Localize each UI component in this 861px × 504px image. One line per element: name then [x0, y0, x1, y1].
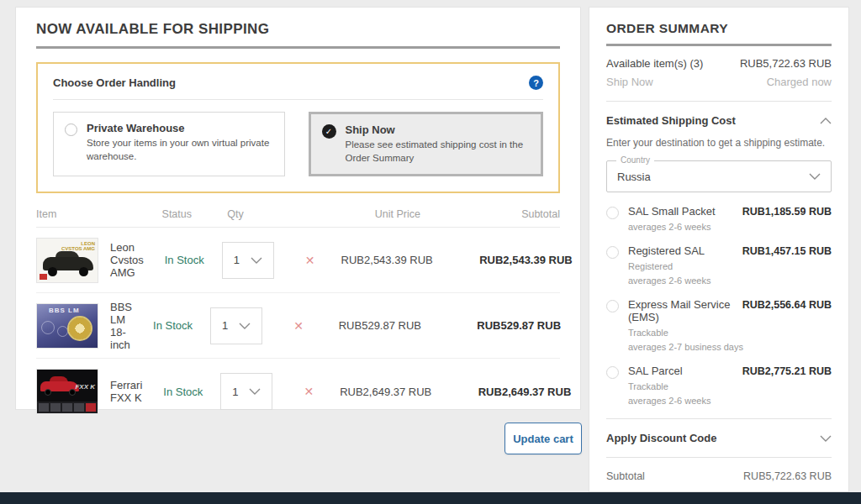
col-subtotal: Subtotal	[432, 208, 560, 220]
chevron-down-icon	[239, 323, 251, 329]
title-divider	[36, 46, 560, 49]
item-name: Leon Cvstos AMG	[110, 241, 144, 279]
country-select[interactable]: Country Russia	[606, 160, 832, 192]
radio-unselected-icon[interactable]	[606, 300, 619, 312]
col-qty: Qty	[192, 208, 279, 220]
radio-unselected-icon[interactable]	[65, 123, 77, 136]
help-icon[interactable]: ?	[529, 76, 543, 90]
table-row: LEON CVSTOS AMG Leon Cvstos AMG In Stock…	[36, 228, 560, 293]
option-label: Ship Now	[346, 123, 531, 136]
charged-now-label: Charged now	[767, 76, 832, 88]
shipping-option-label: SAL Parcel	[628, 365, 683, 377]
quantity-value: 1	[222, 319, 228, 332]
item-name: Ferrari FXX K	[110, 379, 142, 404]
chevron-down-icon	[251, 257, 262, 264]
radio-unselected-icon[interactable]	[606, 246, 619, 259]
unit-price: RUB529.87 RUB	[317, 319, 433, 332]
estimated-shipping-header[interactable]: Estimated Shipping Cost	[606, 114, 832, 127]
option-private-warehouse[interactable]: Private Warehouse Store your items in yo…	[53, 112, 285, 176]
option-description: Store your items in your own virtual pri…	[87, 137, 273, 163]
subtotal-label: Subtotal	[606, 470, 645, 482]
remove-item-button[interactable]: ✕	[280, 319, 317, 333]
shipping-option-price: RUB1,185.59 RUB	[742, 206, 832, 218]
status-badge: In Stock	[144, 254, 204, 266]
option-ship-now[interactable]: ✓ Ship Now Please see estimated shipping…	[309, 112, 544, 176]
shipping-option-price: RUB2,775.21 RUB	[742, 365, 832, 377]
remove-item-button[interactable]: ✕	[292, 254, 329, 267]
footer-bar	[0, 492, 861, 504]
items-table-header: Item Status Qty Unit Price Subtotal	[36, 208, 560, 228]
radio-unselected-icon[interactable]	[606, 366, 619, 379]
thumb-label: FXX K	[75, 383, 95, 391]
order-handling-box: Choose Order Handling ? Private Warehous…	[36, 62, 560, 193]
shipping-option-ems[interactable]: Express Mail Service (EMS) RUB2,556.64 R…	[606, 298, 832, 352]
option-description: Please see estimated shipping cost in th…	[346, 139, 531, 165]
discount-code-title: Apply Discount Code	[606, 432, 716, 444]
thumb-label: LEON CVSTOS AMG	[61, 241, 95, 252]
col-item: Item	[36, 208, 131, 220]
cart-panel: NOW AVAILABLE FOR SHIPPING Choose Order …	[15, 7, 581, 410]
col-unit-price: Unit Price	[316, 208, 432, 220]
ship-now-label: Ship Now	[606, 76, 653, 88]
quantity-value: 1	[232, 386, 238, 398]
product-image: BBS LM	[36, 303, 98, 349]
shipping-option-note: averages 2-6 weeks	[628, 396, 832, 406]
col-status: Status	[131, 208, 192, 220]
order-handling-title: Choose Order Handling	[53, 76, 176, 89]
shipping-option-note: Registered	[628, 261, 832, 271]
order-summary-title: ORDER SUMMARY	[606, 21, 832, 36]
quantity-select[interactable]: 1	[222, 242, 274, 279]
shipping-option-label: SAL Small Packet	[628, 205, 716, 218]
remove-item-button[interactable]: ✕	[290, 385, 327, 398]
quantity-value: 1	[234, 254, 240, 266]
chevron-down-icon	[809, 173, 821, 180]
product-image: FXX K	[36, 369, 98, 414]
check-icon: ✓	[322, 124, 336, 139]
shipping-option-price: RUB2,556.64 RUB	[742, 299, 832, 311]
estimated-shipping-title: Estimated Shipping Cost	[606, 114, 736, 127]
subtotal: RUB529.87 RUB	[433, 319, 561, 332]
chevron-down-icon[interactable]	[820, 435, 832, 442]
table-row: BBS LM BBS LM 18-inch In Stock 1 ✕ RUB52…	[36, 293, 560, 359]
shipping-option-note: averages 2-6 weeks	[628, 276, 832, 286]
country-select-value: Russia	[617, 171, 651, 183]
page-title: NOW AVAILABLE FOR SHIPPING	[36, 21, 560, 38]
shipping-option-sal-parcel[interactable]: SAL Parcel RUB2,775.21 RUB Trackable ave…	[606, 365, 832, 406]
table-row: FXX K Ferrari FXX K In Stock 1 ✕ RUB2,64…	[36, 359, 560, 424]
shipping-option-sal-small-packet[interactable]: SAL Small Packet RUB1,185.59 RUB average…	[606, 205, 832, 232]
shipping-option-registered-sal[interactable]: Registered SAL RUB1,457.15 RUB Registere…	[606, 244, 832, 286]
product-image: LEON CVSTOS AMG	[36, 238, 98, 283]
chevron-up-icon[interactable]	[820, 118, 832, 124]
divider	[606, 457, 832, 458]
shipping-hint: Enter your destination to get a shipping…	[606, 137, 832, 149]
divider	[606, 418, 832, 419]
shipping-option-note: Trackable	[628, 381, 832, 391]
item-name: BBS LM 18-inch	[110, 301, 132, 351]
quantity-select[interactable]: 1	[220, 373, 272, 410]
available-items-label: Available item(s) (3)	[606, 57, 703, 70]
country-select-label: Country	[616, 155, 654, 165]
subtotal: RUB2,543.39 RUB	[445, 254, 573, 266]
available-items-value: RUB5,722.63 RUB	[740, 57, 832, 70]
shipping-option-label: Registered SAL	[628, 244, 705, 257]
unit-price: RUB2,649.37 RUB	[327, 386, 443, 398]
radio-unselected-icon[interactable]	[606, 207, 619, 219]
subtotal: RUB2,649.37 RUB	[443, 386, 571, 398]
quantity-select[interactable]: 1	[210, 307, 262, 344]
shipping-option-note: averages 2-7 business days	[628, 342, 832, 352]
discount-code-header[interactable]: Apply Discount Code	[606, 432, 832, 444]
shipping-option-note: averages 2-6 weeks	[628, 222, 832, 232]
handling-divider	[53, 99, 543, 100]
subtotal-value: RUB5,722.63 RUB	[743, 470, 832, 482]
divider	[606, 101, 832, 102]
update-cart-button[interactable]: Update cart	[504, 423, 582, 454]
shipping-option-price: RUB1,457.15 RUB	[742, 245, 832, 257]
thumb-label: BBS LM	[49, 307, 80, 314]
option-label: Private Warehouse	[87, 122, 273, 134]
shipping-option-label: Express Mail Service (EMS)	[628, 298, 742, 323]
summary-title-divider	[606, 44, 832, 46]
unit-price: RUB2,543.39 RUB	[329, 254, 445, 266]
order-summary-panel: ORDER SUMMARY Available item(s) (3) RUB5…	[589, 7, 849, 492]
status-badge: In Stock	[142, 386, 203, 398]
shipping-option-note: Trackable	[628, 328, 832, 338]
